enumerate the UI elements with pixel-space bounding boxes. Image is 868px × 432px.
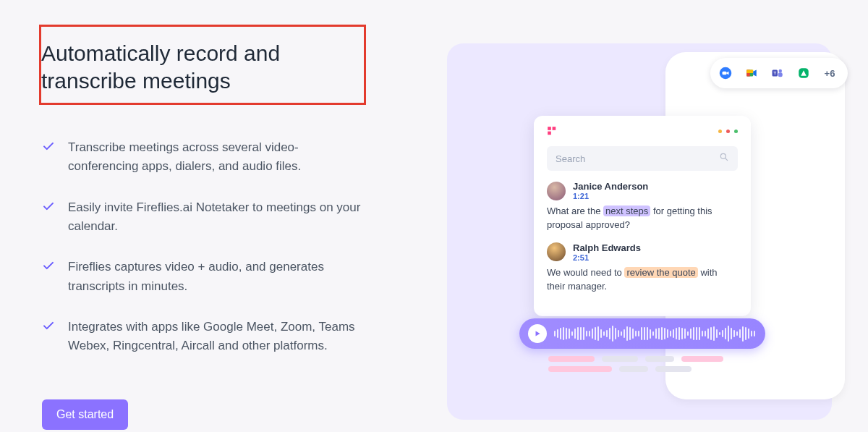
svg-rect-11 (553, 127, 556, 130)
get-started-button[interactable]: Get started (42, 399, 128, 430)
google-meet-icon (741, 62, 762, 84)
transcript-text: We would need to review the quote with t… (547, 266, 738, 294)
avatar (547, 242, 566, 261)
check-icon (42, 140, 59, 156)
speaker-name: Janice Anderson (573, 181, 648, 192)
aircall-icon (793, 62, 814, 84)
timestamp: 1:21 (573, 192, 648, 200)
transcript-message: Ralph Edwards 2:51 We would need to revi… (547, 242, 738, 294)
transcript-text: What are the next steps for getting this… (547, 205, 738, 232)
waveform-icon (554, 326, 757, 341)
integrations-rail: T +6 (710, 58, 848, 88)
loading-skeleton (548, 356, 723, 362)
svg-rect-1 (723, 72, 727, 75)
highlight: next steps (603, 206, 650, 216)
svg-point-13 (720, 153, 726, 158)
check-icon (42, 200, 59, 216)
speaker-name: Ralph Edwards (573, 242, 641, 253)
feature-item: Transcribe meetings across several video… (68, 138, 366, 177)
ms-teams-icon: T (767, 62, 788, 84)
search-placeholder: Search (556, 153, 585, 164)
window-traffic-dots (718, 130, 738, 133)
feature-item: Integrates with apps like Google Meet, Z… (68, 318, 366, 356)
transcript-card: Search Janice Anderson 1:21 What a (534, 116, 751, 316)
svg-rect-8 (778, 72, 783, 77)
highlight: review the quote (624, 267, 697, 278)
svg-rect-12 (548, 132, 551, 135)
svg-rect-4 (746, 70, 753, 74)
page-title: Automatically record and transcribe meet… (41, 33, 351, 98)
avatar (547, 182, 566, 200)
check-icon (42, 319, 59, 335)
check-icon (42, 259, 59, 275)
zoom-icon (715, 62, 736, 84)
svg-line-14 (726, 158, 728, 161)
search-icon (719, 152, 729, 165)
integrations-more-badge: +6 (819, 62, 841, 84)
search-input[interactable]: Search (547, 146, 738, 171)
loading-skeleton (548, 366, 692, 372)
svg-point-7 (779, 69, 783, 73)
illustration-stage: T +6 (447, 43, 832, 420)
svg-rect-10 (548, 127, 551, 130)
illustration-area: T +6 (391, 0, 868, 432)
feature-item: Easily invite Fireflies.ai Notetaker to … (68, 198, 366, 237)
heading-highlight-box: Automatically record and transcribe meet… (39, 25, 366, 105)
feature-list: Transcribe meetings across several video… (42, 138, 366, 356)
timestamp: 2:51 (573, 253, 641, 262)
svg-text:T: T (773, 71, 776, 75)
feature-copy: Automatically record and transcribe meet… (0, 0, 391, 432)
feature-item: Fireflies captures video + audio, and ge… (68, 258, 366, 296)
fireflies-logo-icon (547, 126, 557, 136)
transcript-message: Janice Anderson 1:21 What are the next s… (547, 181, 738, 232)
audio-player[interactable] (519, 318, 765, 349)
play-button[interactable] (528, 324, 547, 343)
